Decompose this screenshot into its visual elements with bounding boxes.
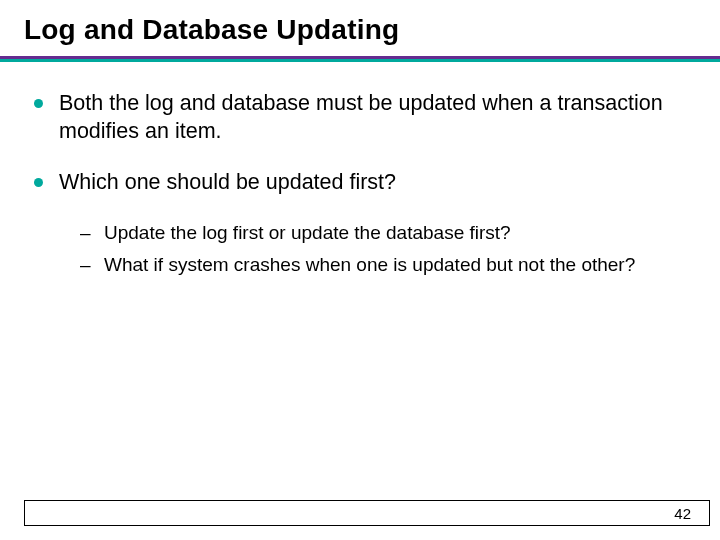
slide-title: Log and Database Updating	[0, 0, 720, 52]
slide: Log and Database Updating Both the log a…	[0, 0, 720, 540]
bullet-level1: Both the log and database must be update…	[34, 90, 686, 145]
bullet-level1: Which one should be updated first?	[34, 169, 686, 197]
bullet-dash-icon: –	[80, 253, 92, 278]
bullet-level2: – Update the log first or update the dat…	[80, 221, 686, 246]
bullet-level2: – What if system crashes when one is upd…	[80, 253, 686, 278]
bullet-text: Both the log and database must be update…	[59, 90, 686, 145]
sub-bullet-group: – Update the log first or update the dat…	[34, 221, 686, 278]
slide-body: Both the log and database must be update…	[0, 62, 720, 278]
bullet-dot-icon	[34, 99, 43, 108]
bullet-dash-icon: –	[80, 221, 92, 246]
footer-bar: 42	[24, 500, 710, 526]
sub-bullet-text: What if system crashes when one is updat…	[104, 253, 635, 278]
bullet-text: Which one should be updated first?	[59, 169, 396, 197]
sub-bullet-text: Update the log first or update the datab…	[104, 221, 511, 246]
page-number: 42	[674, 505, 691, 522]
bullet-dot-icon	[34, 178, 43, 187]
